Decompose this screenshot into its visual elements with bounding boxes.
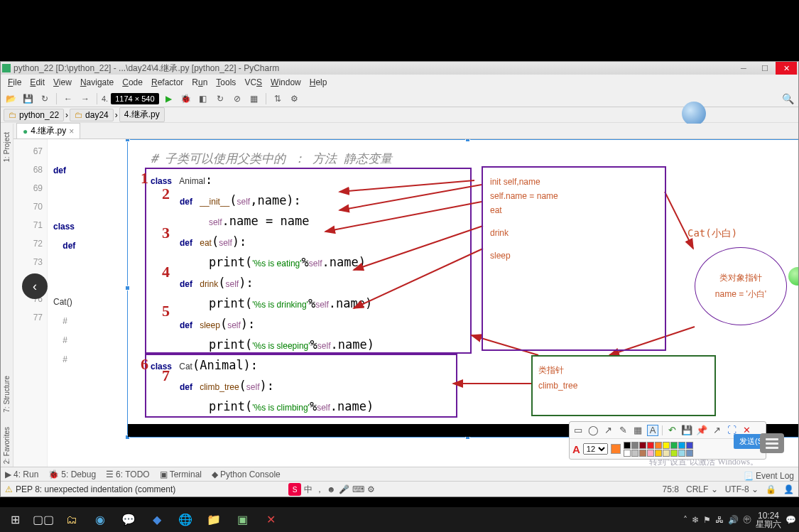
palette-swatch[interactable]: [624, 450, 631, 457]
tool-python-console[interactable]: ◆ Python Console: [212, 469, 281, 479]
tray-expand-icon[interactable]: ˄: [683, 515, 687, 525]
palette-swatch[interactable]: [663, 450, 670, 457]
taskbar-clock[interactable]: 10:24 星期六: [756, 511, 781, 528]
rect-tool-icon[interactable]: ▭: [572, 425, 584, 436]
layout-icon[interactable]: ▦: [247, 92, 261, 106]
palette-swatch[interactable]: [686, 450, 693, 457]
palette-swatch[interactable]: [655, 450, 662, 457]
kugou-icon[interactable]: ◉: [88, 509, 112, 531]
selection-handle[interactable]: [125, 139, 130, 142]
arrow-tool-icon[interactable]: ↗: [602, 425, 614, 436]
palette-swatch[interactable]: [647, 442, 654, 449]
chrome-icon[interactable]: 🌐: [173, 509, 197, 531]
palette-swatch[interactable]: [647, 450, 654, 457]
save-icon[interactable]: 💾: [21, 92, 35, 106]
undo-icon[interactable]: ↶: [666, 425, 678, 436]
emoji-picker-icon[interactable]: ☻: [327, 484, 336, 494]
back-icon[interactable]: ←: [61, 92, 75, 106]
editor-tab[interactable]: ● 4.继承.py ×: [16, 123, 80, 139]
menu-help[interactable]: Help: [305, 76, 332, 89]
config-label[interactable]: 4.: [102, 92, 108, 106]
lock-icon[interactable]: 🔒: [766, 484, 776, 494]
editor-body[interactable]: 67 68 69 70 71 72 73 75 76 77 def class …: [13, 139, 798, 467]
search-icon[interactable]: 🔍: [782, 93, 794, 104]
menu-navigate[interactable]: Navigate: [76, 76, 118, 89]
tool-run[interactable]: ▶ 4: Run: [5, 469, 38, 479]
palette-swatch[interactable]: [686, 442, 693, 449]
task-view-icon[interactable]: ▢▢: [31, 509, 55, 531]
palette-swatch[interactable]: [631, 442, 638, 449]
run-icon[interactable]: ▶: [162, 92, 176, 106]
teaching-slide-overlay[interactable]: # 子类可以使用父类中的 ： 方法 静态变量 class Animal: def…: [127, 139, 798, 438]
palette-swatch[interactable]: [670, 450, 678, 457]
text-tool-icon[interactable]: A: [647, 425, 658, 436]
tool-debug[interactable]: 🐞 5: Debug: [48, 469, 96, 479]
tool-project[interactable]: 1: Project: [3, 129, 11, 165]
tool-todo[interactable]: ☰ 6: TODO: [106, 469, 150, 479]
menu-run[interactable]: Run: [187, 76, 212, 89]
vscode-icon[interactable]: ◆: [145, 509, 169, 531]
crumb-folder[interactable]: 🗀day24: [70, 109, 114, 121]
inspector-icon[interactable]: 👤: [783, 484, 794, 494]
palette-swatch[interactable]: [670, 442, 678, 449]
tool-favorites[interactable]: 2: Favorites: [3, 424, 11, 467]
mic-icon[interactable]: 🎤: [339, 484, 349, 494]
profile-icon[interactable]: ↻: [213, 92, 227, 106]
coverage-icon[interactable]: ◧: [196, 92, 210, 106]
punct-icon[interactable]: ，: [315, 484, 324, 496]
menu-edit[interactable]: Edit: [26, 76, 49, 89]
palette-swatch[interactable]: [639, 442, 646, 449]
palette-swatch[interactable]: [655, 442, 662, 449]
menu-tools[interactable]: Tools: [212, 76, 240, 89]
start-button[interactable]: ⊞: [3, 509, 27, 531]
debug-icon[interactable]: 🐞: [179, 92, 193, 106]
tool-structure[interactable]: 7: Structure: [3, 373, 11, 416]
encoding[interactable]: UTF-8 ⌄: [725, 484, 759, 494]
ellipse-tool-icon[interactable]: ◯: [587, 425, 599, 436]
color-palette[interactable]: [624, 442, 693, 457]
event-log-button[interactable]: 📃 Event Log: [744, 471, 794, 481]
palette-swatch[interactable]: [663, 442, 670, 449]
chat-icon[interactable]: 💬: [116, 509, 141, 531]
menu-vcs[interactable]: VCS: [240, 76, 266, 89]
stop-icon[interactable]: ⊘: [230, 92, 244, 106]
menu-code[interactable]: Code: [118, 76, 147, 89]
line-sep[interactable]: CRLF ⌄: [686, 484, 718, 494]
tray-volume-icon[interactable]: 🔊: [728, 515, 739, 525]
tray-ime-icon[interactable]: ㊥: [743, 514, 751, 526]
crumb-project[interactable]: 🗀python_22: [4, 109, 64, 121]
tray-network-icon[interactable]: 🖧: [715, 515, 724, 525]
font-color-indicator[interactable]: A: [572, 443, 580, 455]
close-button[interactable]: ✕: [776, 62, 797, 75]
explorer-icon[interactable]: 🗂: [60, 509, 84, 531]
save-image-icon[interactable]: 💾: [681, 425, 692, 436]
palette-swatch[interactable]: [624, 442, 631, 449]
tool-terminal[interactable]: ▣ Terminal: [160, 469, 202, 479]
crumb-file[interactable]: 4.继承.py: [119, 107, 165, 122]
palette-swatch[interactable]: [639, 450, 646, 457]
tray-snowflake-icon[interactable]: ❄: [692, 515, 699, 525]
hamburger-icon[interactable]: [760, 433, 784, 453]
menu-view[interactable]: View: [49, 76, 76, 89]
minimize-button[interactable]: ─: [733, 62, 754, 75]
pin-icon[interactable]: 📌: [696, 425, 707, 436]
open-icon[interactable]: 📂: [4, 92, 18, 106]
pycharm-taskbar-icon[interactable]: ▣: [230, 509, 254, 531]
nav-back-circle[interactable]: ‹: [22, 273, 48, 299]
palette-swatch[interactable]: [631, 450, 638, 457]
forward-icon[interactable]: →: [78, 92, 92, 106]
maximize-button[interactable]: ☐: [754, 62, 776, 75]
selection-handle[interactable]: [465, 139, 470, 142]
menu-file[interactable]: File: [4, 76, 26, 89]
vcs-icon[interactable]: ⇅: [271, 92, 285, 106]
settings-icon[interactable]: ⚙: [288, 92, 302, 106]
tray-flag-icon[interactable]: ⚑: [703, 515, 711, 525]
keyboard-icon[interactable]: ⌨: [352, 484, 364, 494]
current-color-swatch[interactable]: [611, 444, 621, 454]
tab-close-icon[interactable]: ×: [69, 126, 74, 136]
brush-tool-icon[interactable]: ✎: [617, 425, 629, 436]
palette-swatch[interactable]: [678, 442, 685, 449]
folder-icon[interactable]: 📁: [202, 509, 226, 531]
share-icon[interactable]: ↗: [711, 425, 722, 436]
xshell-icon[interactable]: ✕: [259, 509, 283, 531]
